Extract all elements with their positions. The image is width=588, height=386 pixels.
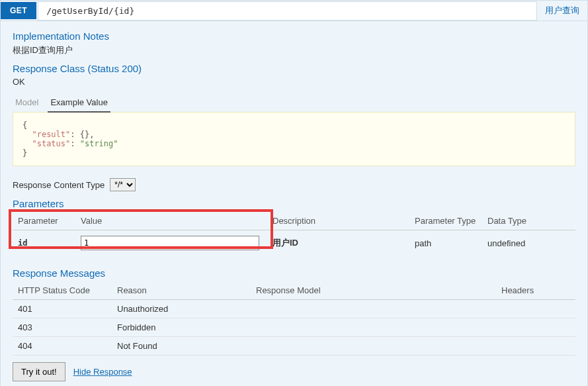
response-class-title: Response Class (Status 200) — [13, 63, 575, 74]
http-method-badge: GET — [1, 2, 36, 19]
endpoint-path: /getUserById/{id} — [38, 1, 537, 21]
parameters-title: Parameters — [13, 198, 575, 209]
col-data-type: Data Type — [482, 212, 575, 230]
col-parameter: Parameter — [13, 212, 75, 230]
param-name-cell: id — [13, 230, 75, 256]
tab-model[interactable]: Model — [13, 93, 41, 112]
model-cell — [251, 337, 496, 356]
reason-cell: Unauthorized — [112, 300, 251, 318]
headers-cell — [496, 300, 575, 318]
hide-response-link[interactable]: Hide Response — [73, 367, 132, 377]
response-status-text: OK — [13, 77, 575, 87]
try-it-out-button[interactable]: Try it out! — [13, 362, 65, 381]
content-type-select[interactable]: */* — [110, 178, 136, 191]
param-value-input[interactable] — [81, 236, 259, 250]
col-headers: Headers — [496, 281, 575, 300]
parameter-row: id 用户ID path undefined — [13, 230, 575, 256]
col-reason: Reason — [112, 281, 251, 300]
tab-example-value[interactable]: Example Value — [48, 93, 110, 113]
status-code-cell: 401 — [13, 300, 112, 318]
implementation-notes-title: Implementation Notes — [13, 30, 575, 42]
headers-cell — [496, 337, 575, 356]
response-messages-table: HTTP Status Code Reason Response Model H… — [13, 281, 575, 356]
operation-header[interactable]: GET /getUserById/{id} 用户查询 — [1, 1, 587, 21]
parameters-table: Parameter Value Description Parameter Ty… — [13, 212, 575, 256]
reason-cell: Forbidden — [112, 318, 251, 337]
content-type-label: Response Content Type — [13, 180, 105, 190]
col-response-model: Response Model — [251, 281, 496, 300]
response-row: 404 Not Found — [13, 337, 575, 356]
operation-summary: 用户查询 — [537, 1, 587, 21]
param-datatype-cell: undefined — [482, 230, 575, 256]
example-json-box[interactable]: { "result": {}, "status": "string" } — [13, 112, 575, 166]
model-cell — [251, 300, 496, 318]
response-row: 401 Unauthorized — [13, 300, 575, 318]
param-type-cell: path — [409, 230, 482, 256]
model-cell — [251, 318, 496, 337]
col-parameter-type: Parameter Type — [409, 212, 482, 230]
headers-cell — [496, 318, 575, 337]
response-messages-title: Response Messages — [13, 267, 575, 279]
reason-cell: Not Found — [112, 337, 251, 356]
response-row: 403 Forbidden — [13, 318, 575, 337]
parameters-header-row: Parameter Value Description Parameter Ty… — [13, 212, 575, 230]
col-description: Description — [267, 212, 409, 230]
col-value: Value — [75, 212, 267, 230]
implementation-notes-text: 根据ID查询用户 — [13, 44, 575, 56]
status-code-cell: 403 — [13, 318, 112, 337]
col-status-code: HTTP Status Code — [13, 281, 112, 300]
param-description-cell: 用户ID — [267, 230, 409, 256]
response-tabs: Model Example Value — [13, 93, 575, 113]
status-code-cell: 404 — [13, 337, 112, 356]
